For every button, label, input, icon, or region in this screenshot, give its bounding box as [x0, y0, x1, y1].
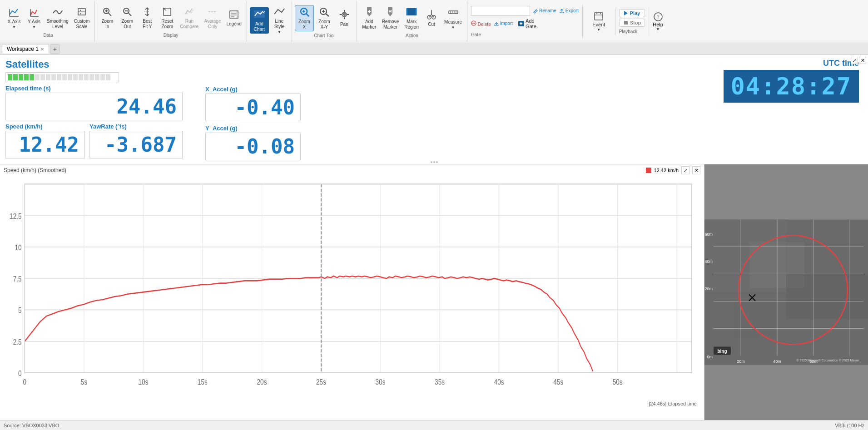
utc-value: 04:28:27 — [724, 70, 859, 103]
expand-chart-button[interactable]: ⤢ — [681, 166, 689, 174]
svg-rect-50 — [449, 11, 458, 14]
rename-link[interactable]: Rename — [533, 8, 556, 14]
cut-label: Cut — [428, 22, 435, 27]
sat-bar-6 — [35, 74, 40, 80]
svg-rect-111 — [786, 274, 868, 320]
mark-region-button[interactable]: MarkRegion — [402, 5, 421, 31]
add-chart-label: AddChart — [254, 21, 265, 32]
zoom-x-button[interactable]: ZoomX — [295, 5, 314, 31]
close-panel-button[interactable]: ✕ — [859, 57, 866, 64]
stop-button[interactable]: Stop — [619, 19, 645, 27]
best-fit-y-icon — [142, 7, 152, 18]
export-label: Export — [565, 8, 579, 13]
action-group-label: Action — [406, 33, 418, 38]
toolbar-group-display-inner: ZoomIn ZoomOut BestFit Y — [98, 5, 244, 31]
xaccel-block: X_Accel (g) -0.40 — [205, 86, 301, 121]
svg-marker-66 — [624, 11, 628, 15]
mark-region-icon — [405, 6, 418, 19]
speed-yawrate-row: Speed (km/h) 12.42 YawRate (°/s) -3.687 — [5, 123, 183, 158]
zoom-xy-button[interactable]: ZoomX-Y — [315, 5, 334, 31]
drag-handle[interactable] — [430, 160, 439, 164]
tab-close-icon[interactable]: ✕ — [40, 47, 44, 52]
legend-button[interactable]: Legend — [224, 8, 243, 28]
svg-line-13 — [129, 13, 131, 16]
event-button[interactable]: Event ▼ — [586, 10, 611, 33]
svg-text:▼: ▼ — [79, 12, 82, 15]
legend-value: 12.42 km/h — [654, 168, 679, 173]
svg-text:20m: 20m — [737, 359, 745, 364]
sat-bar-15 — [84, 74, 89, 80]
gate-bottom: Delete Import AddGate — [471, 17, 579, 30]
event-group: Event ▼ — [583, 8, 615, 35]
y-axis-icon — [29, 7, 40, 19]
play-button[interactable]: Play — [619, 9, 645, 17]
run-compare-icon — [184, 7, 194, 18]
measure-label: Measure — [444, 20, 462, 25]
gate-group: Rename Export Delete Import Ad — [467, 5, 583, 38]
chart-tool-group-label: Chart Tool — [314, 33, 334, 38]
svg-text:20s: 20s — [257, 377, 267, 386]
svg-rect-112 — [732, 301, 777, 338]
utc-label: UTC time — [724, 59, 859, 68]
smoothing-level-button[interactable]: SmoothingLevel — [45, 5, 71, 31]
toolbar-group-chart: AddChart LineStyle ▼ — [247, 1, 292, 42]
sat-bar-3 — [19, 74, 23, 80]
satellites-section: Satellites — [5, 59, 183, 82]
toolbar-group-data: X-Axis ▼ Y-Axis ▼ SmoothingLevel — [2, 1, 95, 42]
tab-add-button[interactable]: + — [50, 44, 60, 54]
speed-value: 12.42 — [5, 131, 85, 158]
sat-bar-9 — [51, 74, 56, 80]
reset-zoom-button[interactable]: ResetZoom — [158, 5, 177, 31]
cut-button[interactable]: Cut — [422, 8, 441, 29]
gate-input[interactable] — [471, 6, 530, 16]
run-compare-button[interactable]: RunCompare — [178, 5, 201, 31]
svg-text:5s: 5s — [81, 377, 88, 386]
import-link[interactable]: Import — [494, 21, 513, 26]
sat-bar-18 — [100, 74, 105, 80]
pan-button[interactable]: Pan — [335, 8, 354, 29]
help-button[interactable]: ? Help ▼ — [649, 10, 667, 33]
add-marker-button[interactable]: AddMarker — [360, 5, 379, 31]
sat-bar-8 — [46, 74, 50, 80]
y-axis-label: Y-Axis — [28, 19, 40, 25]
zoom-in-button[interactable]: ZoomIn — [98, 5, 117, 31]
zoom-in-label: ZoomIn — [101, 19, 113, 30]
y-axis-button[interactable]: Y-Axis ▼ — [25, 6, 44, 30]
measure-button[interactable]: Measure ▼ — [442, 5, 464, 31]
chart-header: Speed (km/h) (Smoothed) 12.42 km/h ⤢ ✕ — [0, 164, 704, 176]
remove-marker-button[interactable]: RemoveMarker — [380, 5, 401, 31]
average-only-button[interactable]: AverageOnly — [202, 5, 223, 31]
tab-workspace-1[interactable]: Workspace 1 ✕ — [2, 44, 49, 54]
svg-text:© 2025 Microsoft Corporation  : © 2025 Microsoft Corporation © 2025 Maxa… — [796, 359, 859, 362]
average-only-label: AverageOnly — [204, 19, 221, 30]
svg-text:25s: 25s — [316, 377, 326, 386]
line-style-button[interactable]: LineStyle ▼ — [270, 5, 289, 35]
add-chart-button[interactable]: AddChart — [250, 7, 269, 34]
chart-title: Speed (km/h) (Smoothed) — [4, 167, 66, 173]
x-axis-arrow: ▼ — [12, 25, 16, 29]
delete-link[interactable]: Delete — [471, 20, 491, 27]
add-chart-icon — [253, 9, 266, 21]
sat-bar-17 — [95, 74, 99, 80]
event-arrow: ▼ — [597, 28, 600, 32]
expand-panel-button[interactable]: ⤢ — [851, 57, 858, 64]
svg-text:30s: 30s — [376, 377, 386, 386]
event-label: Event — [592, 22, 605, 27]
best-fit-y-button[interactable]: BestFit Y — [138, 5, 157, 31]
x-axis-button[interactable]: X-Axis ▼ — [5, 6, 24, 30]
custom-scale-button[interactable]: ▲▼ CustomScale — [72, 5, 92, 31]
help-label: Help — [653, 22, 663, 27]
svg-text:45s: 45s — [553, 377, 563, 386]
close-chart-button[interactable]: ✕ — [692, 166, 700, 174]
zoom-out-button[interactable]: ZoomOut — [118, 5, 137, 31]
svg-text:2.5: 2.5 — [13, 337, 22, 346]
yaccel-label: Y_Accel (g) — [205, 125, 301, 132]
yawrate-block: YawRate (°/s) -3.687 — [89, 123, 183, 158]
sat-bar-4 — [24, 74, 29, 80]
map-panel: 60m 40m 20m 0m 20m 40m 60m bing — [704, 164, 868, 420]
export-link[interactable]: Export — [559, 8, 579, 14]
add-gate-button[interactable]: AddGate — [516, 17, 538, 30]
svg-text:10: 10 — [15, 243, 21, 252]
zoom-out-label: ZoomOut — [121, 19, 133, 30]
help-arrow: ▼ — [656, 27, 660, 31]
